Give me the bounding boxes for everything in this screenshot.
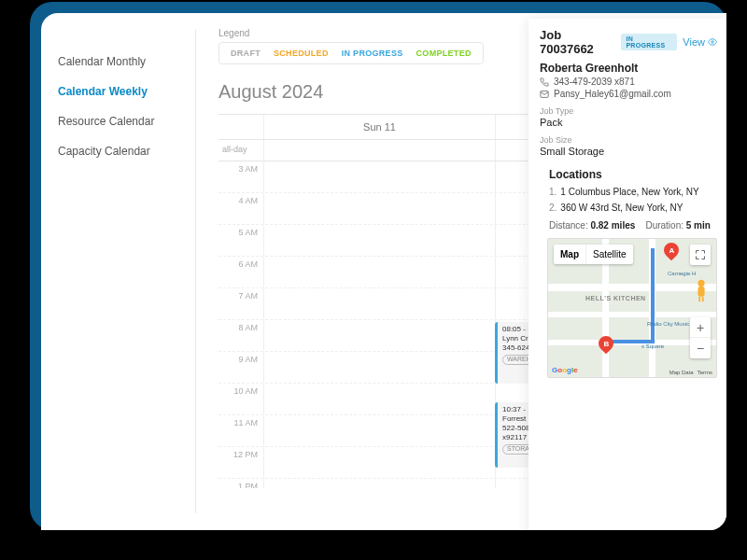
svg-point-0 [712,41,714,44]
nav-capacity-calendar[interactable]: Capacity Calendar [58,136,195,166]
nav-calendar-monthly[interactable]: Calendar Monthly [58,47,195,77]
location-1: 1.1 Columbus Place, New York, NY [549,187,717,197]
job-number: Job 70037662 [540,28,615,56]
jobtype-value: Pack [540,117,717,128]
svg-rect-5 [702,297,704,301]
eye-icon [708,37,717,47]
zoom-in-button[interactable]: + [690,317,711,338]
zoom-control: + − [690,317,711,358]
legend-draft: DRAFT [231,49,261,58]
pegman-icon[interactable] [693,278,710,302]
mail-icon [540,90,549,99]
distance-duration: Distance: 0.82 miles Duration: 5 min [549,220,717,231]
google-logo: Google [552,366,578,374]
map-type-toggle[interactable]: Map Satellite [554,245,633,264]
zoom-out-button[interactable]: − [690,338,711,358]
sidebar: Calendar Monthly Calendar Weekly Resourc… [41,13,195,530]
legend-completed: COMPLETED [416,49,472,58]
phone-icon [540,77,549,87]
location-2: 2.360 W 43rd St, New York, NY [549,203,717,213]
nav-calendar-weekly[interactable]: Calendar Weekly [58,77,195,106]
locations-heading: Locations [549,168,717,181]
main-content: Legend DRAFT SCHEDULED IN PROGRESS COMPL… [196,13,726,530]
jobtype-label: Job Type [540,106,717,116]
map-tab-satellite[interactable]: Satellite [586,245,633,264]
map-tab-map[interactable]: Map [554,245,586,264]
svg-rect-4 [698,297,700,301]
customer-email[interactable]: Pansy_Haley61@gmail.com [540,89,717,99]
legend-inprogress: IN PROGRESS [342,49,403,58]
fullscreen-button[interactable] [690,245,711,265]
legend-scheduled: SCHEDULED [274,49,329,58]
jobsize-value: Small Storage [540,146,717,157]
customer-name: Roberta Greenholt [540,62,717,75]
svg-point-2 [698,280,704,287]
map-footer: Map DataTerms [666,370,712,375]
jobsize-label: Job Size [540,135,717,145]
map[interactable]: A B Carnegie H HELL'S KITCHEN Radio City… [547,238,717,378]
status-badge: IN PROGRESS [621,34,677,50]
view-link[interactable]: View [683,36,717,48]
nav-resource-calendar[interactable]: Resource Calendar [58,106,195,136]
legend-box: DRAFT SCHEDULED IN PROGRESS COMPLETED [218,42,484,64]
job-panel: Job 70037662 IN PROGRESS View Roberta Gr… [529,19,726,530]
pin-b: B [596,333,617,355]
svg-rect-3 [698,287,704,297]
fullscreen-icon [695,249,706,260]
pin-a: A [661,240,683,261]
customer-phone[interactable]: 343-479-2039 x871 [540,77,717,87]
day-header-sun[interactable]: Sun 11 [263,115,495,139]
